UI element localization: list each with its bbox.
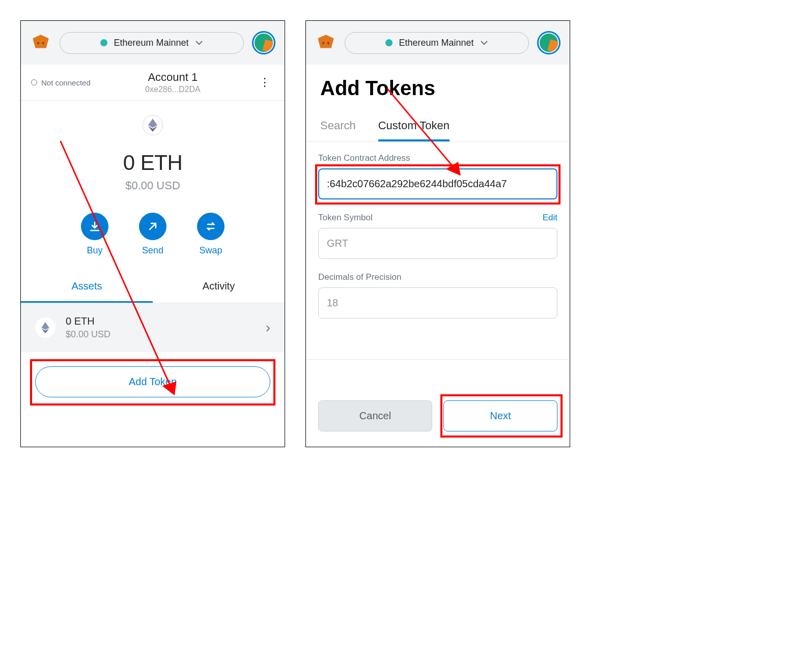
tab-activity[interactable]: Activity [153,271,285,303]
network-selector[interactable]: Ethereum Mainnet [60,32,244,54]
download-icon [89,221,100,232]
cancel-button[interactable]: Cancel [318,400,432,431]
account-avatar-button[interactable] [537,31,561,54]
network-name: Ethereum Mainnet [114,38,188,48]
account-row: Not connected Account 1 0xe286...D2DA ⋮ [21,65,285,101]
network-name: Ethereum Mainnet [399,38,473,48]
topbar: Ethereum Mainnet [21,21,285,65]
chevron-down-icon [195,39,203,47]
not-connected-label: Not connected [41,78,91,87]
chevron-down-icon [480,39,488,47]
asset-row-eth[interactable]: 0 ETH $0.00 USD › [21,303,285,352]
fiat-balance: $0.00 USD [21,179,285,192]
metamask-logo-icon [315,32,337,53]
action-row: Buy Send Swap [21,213,285,256]
buy-button[interactable]: Buy [81,213,108,256]
eth-icon [35,317,55,338]
tab-assets[interactable]: Assets [21,271,153,303]
add-tokens-panel: Ethereum Mainnet Add Tokens Search Custo… [305,20,570,447]
field-token-symbol: Token Symbol Edit [318,213,557,259]
metamask-logo-icon [30,32,51,53]
balance: 0 ETH [21,151,285,175]
wallet-main-panel: Ethereum Mainnet Not connected Account 1… [20,20,285,447]
account-avatar-button[interactable] [252,31,275,54]
buy-label: Buy [81,245,108,256]
add-token-button[interactable]: Add Token [35,366,270,397]
send-button[interactable]: Send [139,213,166,256]
avatar-icon [540,34,558,52]
label-decimals: Decimals of Precision [318,272,557,282]
network-selector[interactable]: Ethereum Mainnet [345,32,529,54]
asset-fiat: $0.00 USD [66,329,256,340]
swap-button[interactable]: Swap [197,213,225,256]
tabs: Assets Activity [21,271,285,303]
account-options-menu-button[interactable]: ⋮ [255,78,274,87]
topbar: Ethereum Mainnet [306,21,570,65]
connection-status[interactable]: Not connected [31,78,91,87]
swap-label: Swap [197,245,225,256]
account-center[interactable]: Account 1 0xe286...D2DA [91,71,255,94]
field-contract-address: Token Contract Address [318,153,557,199]
custom-token-form: Token Contract Address Token Symbol Edit… [306,142,570,318]
chevron-right-icon: › [266,320,270,336]
svg-marker-6 [41,322,49,330]
eth-coin-icon [143,115,163,135]
svg-marker-4 [148,119,157,128]
token-symbol-input[interactable] [318,228,557,259]
account-address: 0xe286...D2DA [91,85,255,94]
label-contract-address: Token Contract Address [318,153,557,163]
add-token-tabs: Search Custom Token [306,112,570,142]
asset-amount: 0 ETH [66,315,256,327]
button-row: Cancel Next [306,359,570,447]
arrow-up-right-icon [148,221,158,231]
network-status-dot-icon [385,39,393,46]
account-name: Account 1 [91,71,255,84]
status-ring-icon [31,79,37,85]
tab-custom-token[interactable]: Custom Token [378,112,450,141]
network-status-dot-icon [100,39,107,46]
next-button[interactable]: Next [443,400,557,431]
swap-icon [205,221,216,232]
field-decimals: Decimals of Precision [318,272,557,318]
tab-search[interactable]: Search [320,112,356,141]
main-view: 0 ETH $0.00 USD Buy Send Swap Assets Act… [21,101,285,415]
edit-symbol-link[interactable]: Edit [543,213,557,223]
label-token-symbol: Token Symbol [318,213,373,223]
send-label: Send [139,245,166,256]
page-title: Add Tokens [306,65,570,112]
contract-address-input[interactable] [318,168,557,199]
avatar-icon [255,34,273,52]
decimals-input[interactable] [318,287,557,318]
